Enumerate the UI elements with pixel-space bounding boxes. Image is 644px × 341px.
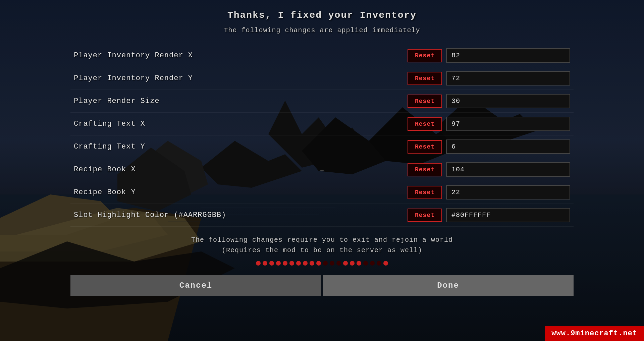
dot-15 bbox=[350, 261, 355, 266]
watermark: www.9minecraft.net bbox=[545, 326, 644, 341]
dot-12 bbox=[330, 261, 334, 266]
dot-18 bbox=[370, 261, 375, 266]
page-title: Thanks, I fixed your Inventory bbox=[227, 10, 417, 20]
dot-20 bbox=[383, 261, 388, 266]
reset-slot-highlight-color[interactable]: Reset bbox=[408, 209, 442, 222]
dot-16 bbox=[357, 261, 361, 266]
reset-recipe-book-y[interactable]: Reset bbox=[408, 186, 442, 199]
dot-3 bbox=[269, 261, 274, 266]
dot-11 bbox=[323, 261, 328, 266]
action-buttons: Cancel Done bbox=[70, 275, 574, 296]
input-player-inv-render-x[interactable] bbox=[446, 48, 570, 63]
input-crafting-text-y[interactable] bbox=[446, 139, 570, 154]
setting-row-slot-highlight: Slot Highlight Color (#AARRGGBB) Reset bbox=[70, 204, 574, 227]
dot-10 bbox=[316, 261, 321, 266]
setting-row-crafting-text-x: Crafting Text X Reset bbox=[70, 113, 574, 135]
input-player-inv-render-y[interactable] bbox=[446, 71, 570, 86]
setting-row-player-inv-x: Player Inventory Render X Reset bbox=[70, 44, 574, 67]
dot-7 bbox=[296, 261, 301, 266]
dot-13 bbox=[336, 261, 341, 266]
dot-9 bbox=[310, 261, 314, 266]
dot-17 bbox=[363, 261, 368, 266]
dot-5 bbox=[283, 261, 287, 266]
dot-19 bbox=[377, 261, 381, 266]
label-recipe-book-x: Recipe Book X bbox=[74, 165, 408, 174]
label-player-render-size: Player Render Size bbox=[74, 97, 408, 105]
dot-6 bbox=[289, 261, 294, 266]
notice-rejoin: The following changes require you to exi… bbox=[191, 236, 453, 244]
dot-4 bbox=[276, 261, 281, 266]
modal-container: Thanks, I fixed your Inventory The follo… bbox=[0, 0, 644, 341]
immediate-subtitle: The following changes are applied immedi… bbox=[224, 26, 420, 34]
setting-row-recipe-book-y: Recipe Book Y Reset bbox=[70, 181, 574, 204]
label-recipe-book-y: Recipe Book Y bbox=[74, 188, 408, 196]
cancel-button[interactable]: Cancel bbox=[70, 275, 321, 296]
reset-player-inv-render-x[interactable]: Reset bbox=[408, 49, 442, 62]
dots-row bbox=[256, 261, 388, 266]
label-slot-highlight-color: Slot Highlight Color (#AARRGGBB) bbox=[74, 211, 408, 219]
reset-player-render-size[interactable]: Reset bbox=[408, 95, 442, 108]
input-recipe-book-x[interactable] bbox=[446, 162, 570, 177]
dot-8 bbox=[303, 261, 308, 266]
reset-crafting-text-x[interactable]: Reset bbox=[408, 117, 442, 131]
dot-2 bbox=[263, 261, 267, 266]
input-crafting-text-x[interactable] bbox=[446, 117, 570, 131]
reset-crafting-text-y[interactable]: Reset bbox=[408, 140, 442, 154]
settings-list: Player Inventory Render X Reset Player I… bbox=[70, 44, 574, 227]
reset-recipe-book-x[interactable]: Reset bbox=[408, 163, 442, 176]
setting-row-player-render-size: Player Render Size Reset bbox=[70, 90, 574, 113]
dot-1 bbox=[256, 261, 261, 266]
dot-14 bbox=[343, 261, 348, 266]
done-button[interactable]: Done bbox=[323, 275, 574, 296]
label-player-inv-render-x: Player Inventory Render X bbox=[74, 51, 408, 60]
setting-row-crafting-text-y: Crafting Text Y Reset bbox=[70, 135, 574, 158]
reset-player-inv-render-y[interactable]: Reset bbox=[408, 72, 442, 85]
input-recipe-book-y[interactable] bbox=[446, 185, 570, 200]
notice-server: (Requires the mod to be on the server as… bbox=[222, 246, 422, 254]
label-player-inv-render-y: Player Inventory Render Y bbox=[74, 74, 408, 82]
setting-row-recipe-book-x: Recipe Book X Reset bbox=[70, 158, 574, 181]
input-slot-highlight-color[interactable] bbox=[446, 208, 570, 222]
input-player-render-size[interactable] bbox=[446, 94, 570, 108]
label-crafting-text-x: Crafting Text X bbox=[74, 120, 408, 128]
label-crafting-text-y: Crafting Text Y bbox=[74, 143, 408, 151]
setting-row-player-inv-y: Player Inventory Render Y Reset bbox=[70, 67, 574, 90]
